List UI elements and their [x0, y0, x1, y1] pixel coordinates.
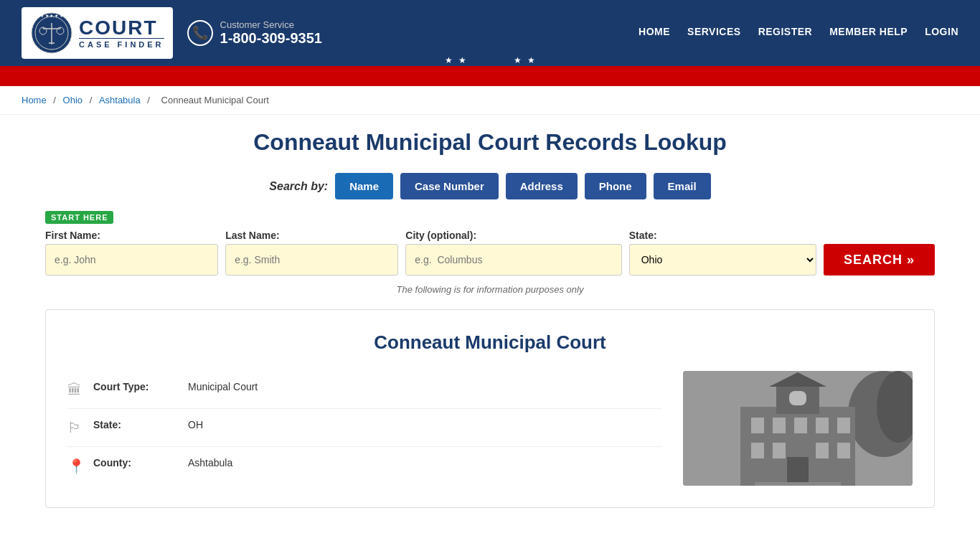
breadcrumb-sep-3: /	[147, 95, 152, 105]
court-info-details: 🏛 Court Type: Municipal Court 🏳 State: O…	[67, 371, 661, 486]
court-building-svg	[683, 371, 913, 486]
court-type-label: Court Type:	[93, 381, 179, 392]
svg-rect-21	[837, 418, 850, 433]
court-building-image	[683, 371, 913, 486]
svg-rect-27	[755, 482, 841, 486]
state-select[interactable]: Ohio	[629, 244, 816, 276]
last-name-label: Last Name:	[225, 230, 398, 241]
breadcrumb-ashtabula[interactable]: Ashtabula	[99, 95, 141, 105]
court-county-value: Ashtabula	[188, 457, 232, 468]
logo-text: COURT CASE FINDER	[79, 18, 164, 49]
eagle-decoration: ★★ ★★	[418, 52, 562, 69]
city-input[interactable]	[405, 244, 621, 276]
phone-icon: 📞	[187, 20, 213, 46]
court-info-row-state: 🏳 State: OH	[67, 409, 661, 447]
court-card: Conneaut Municipal Court 🏛 Court Type: M…	[45, 309, 935, 508]
customer-service-phone: 1-800-309-9351	[220, 30, 322, 47]
wave-banner: ★★ ★★	[0, 66, 980, 86]
svg-rect-25	[837, 443, 850, 458]
breadcrumb-ohio[interactable]: Ohio	[63, 95, 83, 105]
court-county-label: County:	[93, 457, 179, 468]
svg-rect-24	[816, 443, 829, 458]
logo-case-finder-label: CASE FINDER	[79, 38, 164, 49]
tab-phone[interactable]: Phone	[585, 173, 646, 199]
breadcrumb: Home / Ohio / Ashtabula / Conneaut Munic…	[0, 86, 980, 115]
customer-service-label: Customer Service	[220, 19, 322, 30]
breadcrumb-sep-1: /	[53, 95, 58, 105]
first-name-input[interactable]	[45, 244, 218, 276]
svg-rect-19	[794, 418, 807, 433]
tab-email[interactable]: Email	[654, 173, 711, 199]
main-nav: HOME SERVICES REGISTER MEMBER HELP LOGIN	[639, 26, 958, 40]
logo-emblem: ★ ★ ★ ★ ★	[30, 11, 73, 55]
breadcrumb-current: Conneaut Municipal Court	[161, 95, 269, 105]
first-name-group: First Name:	[45, 230, 218, 276]
court-state-value: OH	[188, 419, 203, 430]
page-title: Conneaut Municipal Court Records Lookup	[45, 129, 935, 156]
eagle-icon	[472, 52, 508, 69]
form-row: First Name: Last Name: City (optional): …	[45, 230, 935, 276]
svg-text:★ ★ ★ ★ ★: ★ ★ ★ ★ ★	[40, 14, 63, 18]
stars-row: ★★ ★★	[418, 52, 562, 69]
svg-point-10	[489, 54, 491, 57]
court-info-layout: 🏛 Court Type: Municipal Court 🏳 State: O…	[67, 371, 913, 486]
search-button[interactable]: SEARCH »	[824, 244, 935, 276]
nav-login[interactable]: LOGIN	[925, 26, 958, 40]
logo[interactable]: ★ ★ ★ ★ ★ COURT CASE FINDER	[22, 7, 173, 59]
customer-service-info: Customer Service 1-800-309-9351	[220, 19, 322, 47]
first-name-label: First Name:	[45, 230, 218, 241]
city-group: City (optional):	[405, 230, 621, 276]
nav-register[interactable]: REGISTER	[758, 26, 813, 40]
svg-rect-23	[773, 443, 786, 458]
search-by-label: Search by:	[269, 180, 328, 193]
building-icon: 🏛	[67, 382, 85, 398]
tab-name[interactable]: Name	[335, 173, 393, 199]
svg-rect-18	[773, 418, 786, 433]
nav-services[interactable]: SERVICES	[687, 26, 741, 40]
info-note: The following is for information purpose…	[45, 284, 935, 295]
logo-court-label: COURT	[79, 18, 164, 38]
map-pin-icon: 📍	[67, 458, 85, 475]
court-info-row-county: 📍 County: Ashtabula	[67, 447, 661, 485]
court-card-title: Conneaut Municipal Court	[67, 331, 913, 354]
nav-member-help[interactable]: MEMBER HELP	[829, 26, 908, 40]
svg-rect-22	[751, 443, 764, 458]
search-by-row: Search by: Name Case Number Address Phon…	[45, 173, 935, 199]
city-label: City (optional):	[405, 230, 621, 241]
last-name-input[interactable]	[225, 244, 398, 276]
svg-rect-28	[789, 391, 806, 405]
start-here-badge: START HERE	[45, 211, 113, 224]
court-info-row-type: 🏛 Court Type: Municipal Court	[67, 371, 661, 409]
breadcrumb-sep-2: /	[90, 95, 95, 105]
customer-service: 📞 Customer Service 1-800-309-9351	[187, 19, 322, 47]
svg-rect-26	[787, 457, 809, 486]
state-group: State: Ohio	[629, 230, 816, 276]
flag-icon: 🏳	[67, 420, 85, 436]
nav-home[interactable]: HOME	[639, 26, 670, 40]
tab-address[interactable]: Address	[506, 173, 578, 199]
search-form: START HERE First Name: Last Name: City (…	[45, 211, 935, 276]
svg-rect-20	[816, 418, 829, 433]
last-name-group: Last Name:	[225, 230, 398, 276]
state-label: State:	[629, 230, 816, 241]
svg-rect-17	[751, 418, 764, 433]
court-state-label: State:	[93, 419, 179, 430]
main-content: Conneaut Municipal Court Records Lookup …	[24, 115, 956, 522]
court-type-value: Municipal Court	[188, 381, 258, 392]
breadcrumb-home[interactable]: Home	[22, 95, 47, 105]
header-left: ★ ★ ★ ★ ★ COURT CASE FINDER 📞 Customer S…	[22, 7, 322, 59]
tab-case-number[interactable]: Case Number	[400, 173, 499, 199]
